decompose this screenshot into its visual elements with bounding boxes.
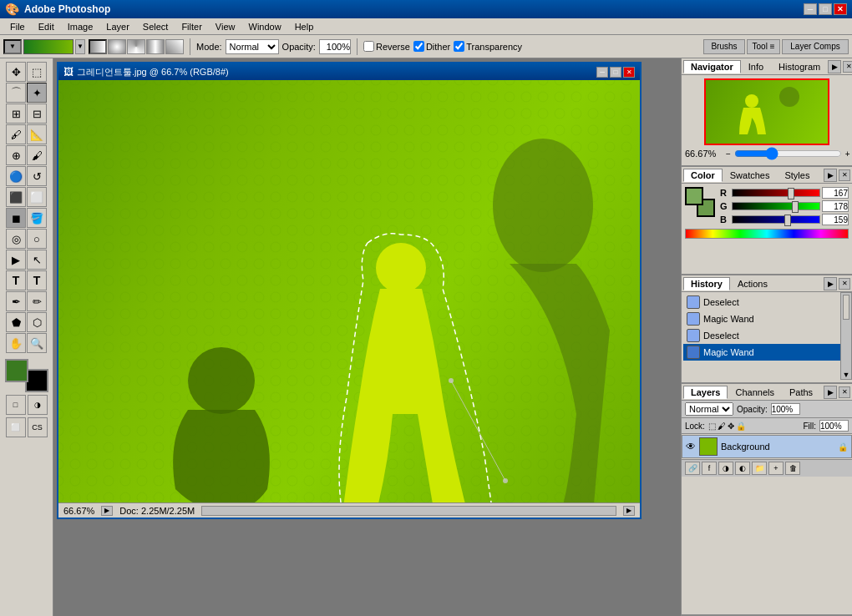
b-value-input[interactable] xyxy=(822,214,849,225)
history-scroll-thumb[interactable] xyxy=(843,295,849,320)
bg-eraser-tool[interactable]: ⬜ xyxy=(27,187,47,207)
menu-layer[interactable]: Layer xyxy=(99,20,136,33)
paint-bucket-tool[interactable]: 🪣 xyxy=(27,208,47,228)
g-value-input[interactable] xyxy=(822,200,849,212)
hand-tool[interactable]: ✋ xyxy=(6,333,26,353)
quick-mask-btn[interactable]: ◑ xyxy=(28,395,48,415)
gradient-preview[interactable] xyxy=(23,39,74,54)
background-color-swatch[interactable] xyxy=(25,369,48,392)
minimize-button[interactable]: ─ xyxy=(804,3,817,15)
doc-scroll-h[interactable] xyxy=(201,506,616,516)
tab-navigator[interactable]: Navigator xyxy=(683,60,741,73)
reflected-gradient-btn[interactable] xyxy=(146,39,165,54)
menu-help[interactable]: Help xyxy=(288,20,321,33)
history-item-4[interactable]: Magic Wand xyxy=(683,344,850,361)
layer-background[interactable]: 👁 Background 🔒 xyxy=(682,435,852,458)
history-scroll-down[interactable]: ▼ xyxy=(841,371,851,379)
b-slider-thumb[interactable] xyxy=(784,215,791,226)
layers-close-btn[interactable]: ✕ xyxy=(839,386,850,398)
g-slider-thumb[interactable] xyxy=(792,201,799,213)
layers-opacity-input[interactable] xyxy=(771,403,800,415)
tab-styles[interactable]: Styles xyxy=(777,169,817,182)
diamond-gradient-btn[interactable] xyxy=(165,39,184,54)
adjustment-layer-btn[interactable]: ◐ xyxy=(735,462,750,475)
layers-menu-btn[interactable]: ▶ xyxy=(824,386,837,399)
tab-channels[interactable]: Channels xyxy=(728,386,781,399)
history-item-1[interactable]: Deselect xyxy=(683,294,850,311)
delete-layer-btn[interactable]: 🗑 xyxy=(785,462,800,475)
foreground-color-swatch[interactable] xyxy=(5,359,28,382)
doc-maximize-btn[interactable]: □ xyxy=(610,67,621,78)
tab-histogram[interactable]: Histogram xyxy=(771,60,828,73)
blur-tool[interactable]: ◎ xyxy=(6,229,26,249)
history-scrollbar[interactable]: ▼ xyxy=(840,292,852,380)
spot-heal-tool[interactable]: ⊕ xyxy=(6,145,26,165)
reverse-label[interactable]: Reverse xyxy=(363,41,410,52)
document-canvas[interactable] xyxy=(58,80,640,502)
screen-mode-btn[interactable]: ⬜ xyxy=(6,417,26,437)
tab-actions[interactable]: Actions xyxy=(730,277,775,290)
move-tool[interactable]: ✥ xyxy=(6,62,26,82)
menu-view[interactable]: View xyxy=(209,20,242,33)
measure-tool[interactable]: 📐 xyxy=(27,124,47,144)
shape-tool[interactable]: ⬟ xyxy=(6,312,26,332)
scroll-right-btn[interactable]: ▶ xyxy=(623,506,635,516)
transparency-checkbox[interactable] xyxy=(454,41,464,52)
layer-style-btn[interactable]: f xyxy=(702,462,717,475)
eyedropper-tool[interactable]: 🖋 xyxy=(6,124,26,144)
clone-stamp-tool[interactable]: 🔵 xyxy=(6,166,26,186)
tool-preset-btn[interactable]: ▼ xyxy=(3,39,22,54)
path-select-tool[interactable]: ▶ xyxy=(6,250,26,270)
eraser-tool[interactable]: ⬛ xyxy=(6,187,26,207)
lock-all-icon[interactable]: 🔒 xyxy=(736,422,746,431)
history-menu-btn[interactable]: ▶ xyxy=(824,277,837,290)
standard-mode-btn[interactable]: □ xyxy=(6,395,26,415)
custom-shape-tool[interactable]: ⬡ xyxy=(27,312,47,332)
menu-edit[interactable]: Edit xyxy=(32,20,61,33)
zoom-tool[interactable]: 🔍 xyxy=(27,333,47,353)
nav-zoom-in-btn[interactable]: + xyxy=(845,149,850,159)
tab-info[interactable]: Info xyxy=(741,60,771,73)
text-tool[interactable]: T xyxy=(6,270,26,290)
cs-btn[interactable]: CS xyxy=(28,417,48,437)
transparency-label[interactable]: Transparency xyxy=(454,41,522,52)
nav-zoom-out-btn[interactable]: − xyxy=(726,149,731,159)
freeform-pen-tool[interactable]: ✏ xyxy=(27,291,47,311)
direct-select-tool[interactable]: ↖ xyxy=(27,250,47,270)
r-slider-thumb[interactable] xyxy=(788,188,794,199)
layers-mode-select[interactable]: Normal xyxy=(685,402,733,416)
marquee-tool[interactable]: ⬚ xyxy=(27,62,47,82)
history-close-btn[interactable]: ✕ xyxy=(839,278,850,290)
fg-color-box[interactable] xyxy=(685,187,703,205)
menu-select[interactable]: Select xyxy=(136,20,175,33)
magic-wand-tool[interactable]: ✦ xyxy=(27,83,47,103)
crop-tool[interactable]: ⊞ xyxy=(6,104,26,124)
pen-tool[interactable]: ✒ xyxy=(6,291,26,311)
menu-image[interactable]: Image xyxy=(61,20,100,33)
status-menu-btn[interactable]: ▶ xyxy=(101,506,113,516)
fill-input[interactable] xyxy=(819,420,849,432)
color-close-btn[interactable]: ✕ xyxy=(839,169,850,181)
maximize-button[interactable]: □ xyxy=(819,3,832,15)
image-canvas[interactable] xyxy=(58,80,640,502)
reverse-checkbox[interactable] xyxy=(363,41,374,52)
mode-select[interactable]: Normal Dissolve Multiply xyxy=(226,39,279,54)
layer-mask-btn[interactable]: ◑ xyxy=(718,462,733,475)
history-item-3[interactable]: Deselect xyxy=(683,327,850,344)
linear-gradient-btn[interactable] xyxy=(89,39,107,54)
dodge-tool[interactable]: ○ xyxy=(27,229,47,249)
navigator-menu-btn[interactable]: ▶ xyxy=(828,60,841,73)
angle-gradient-btn[interactable] xyxy=(127,39,145,54)
brushes-btn[interactable]: Brushs xyxy=(703,39,745,54)
color-spectrum-bar[interactable] xyxy=(685,229,849,239)
color-menu-btn[interactable]: ▶ xyxy=(824,169,837,182)
tool-options-btn[interactable]: Tool ≡ xyxy=(747,39,780,54)
layer-visibility-icon[interactable]: 👁 xyxy=(686,441,696,452)
new-layer-btn[interactable]: + xyxy=(768,462,784,475)
text-vertical-tool[interactable]: T xyxy=(27,270,47,290)
dither-checkbox[interactable] xyxy=(413,41,424,52)
gradient-tool[interactable]: ◼ xyxy=(6,208,26,228)
lock-position-icon[interactable]: ✥ xyxy=(728,422,734,431)
tab-history[interactable]: History xyxy=(683,277,730,290)
menu-file[interactable]: File xyxy=(3,20,32,33)
